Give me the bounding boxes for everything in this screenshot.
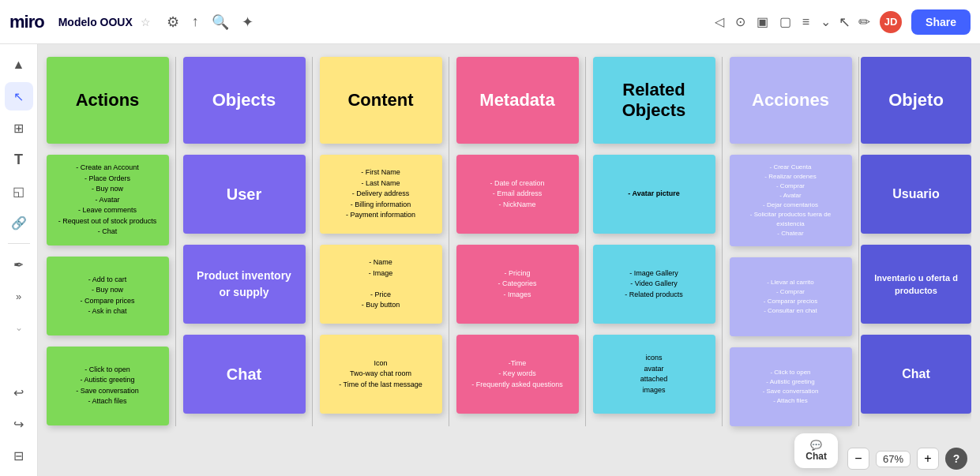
note-objects-user[interactable]: User: [183, 155, 306, 234]
note-actions-product[interactable]: - Add to cart - Buy now - Compare prices…: [47, 257, 169, 335]
sidebar-undo[interactable]: ↩: [5, 378, 33, 407]
share-button[interactable]: Share: [911, 9, 971, 35]
chat-button[interactable]: 💬 Chat: [794, 433, 838, 468]
sidebar-select-tool[interactable]: ↖: [5, 82, 33, 111]
topbar: miro Modelo OOUX ☆ ⚙ ↑ 🔍 ✦ ◁ ⊙ ▣ ▢ ≡ ⌄ ↖…: [0, 0, 980, 44]
sidebar-text-tool[interactable]: T: [5, 145, 33, 174]
sidebar-more-tools[interactable]: »: [5, 282, 33, 310]
left-sidebar: ▲ ↖ ⊞ T ◱ 🔗 ✒ » ⌄ ↩ ↪ ⊟: [0, 44, 38, 476]
note-objects-product[interactable]: Product inventory or supply: [183, 245, 306, 324]
note-objeto-chat[interactable]: Chat: [861, 335, 971, 414]
note-objeto-product[interactable]: Inventario u oferta d productos: [861, 245, 971, 324]
sidebar-expand[interactable]: ⌄: [5, 313, 33, 342]
topbar-right: ◁ ⊙ ▣ ▢ ≡ ⌄ ↖ ✏ JD Share: [715, 9, 971, 35]
sidebar-collapse-up[interactable]: ▲: [5, 51, 33, 79]
note-content-product[interactable]: - Name - Image - Price - Buy button: [320, 245, 442, 324]
sidebar-divider-1: [8, 243, 30, 244]
col-acciones: Acciones - Crear Cuenta - Realizar orden…: [724, 57, 857, 426]
sidebar-frames-tool[interactable]: ⊞: [5, 114, 33, 142]
sep-2: [312, 57, 313, 426]
nav-back-icon[interactable]: ◁: [715, 14, 724, 29]
zoom-level[interactable]: 67%: [876, 451, 911, 467]
sidebar-redo[interactable]: ↪: [5, 410, 33, 438]
sep-5: [722, 57, 723, 426]
col-actions: Actions - Create an Account - Place Orde…: [41, 57, 174, 426]
note-metadata-chat[interactable]: -Time - Key words - Frequently asked que…: [456, 335, 579, 414]
menu-icon[interactable]: ≡: [802, 15, 809, 29]
star-icon[interactable]: ☆: [141, 16, 151, 28]
chat-label: Chat: [805, 451, 827, 462]
col-objeto: Objeto Usuario Inventario u oferta d pro…: [861, 57, 971, 426]
sep-6: [858, 57, 859, 426]
zoom-in-button[interactable]: +: [917, 448, 939, 470]
note-metadata-user[interactable]: - Date of creation - Email address - Nic…: [456, 155, 579, 234]
note-acciones-user[interactable]: - Crear Cuenta - Realizar ordenes - Comp…: [730, 155, 852, 246]
header-actions[interactable]: Actions: [47, 57, 169, 144]
note-content-user[interactable]: - First Name - Last Name - Delivery addr…: [320, 155, 442, 234]
col-content: Content - First Name - Last Name - Deliv…: [314, 57, 447, 426]
sep-3: [449, 57, 449, 426]
col-related: Related Objects - Avatar picture - Image…: [588, 57, 720, 426]
sep-1: [175, 57, 176, 426]
note-metadata-product[interactable]: - Pricing - Categories - Images: [456, 245, 579, 324]
sidebar-link-tool[interactable]: 🔗: [5, 208, 33, 237]
expand-icon[interactable]: ⌄: [820, 14, 831, 29]
doc-title[interactable]: Modelo OOUX: [58, 16, 133, 28]
header-objeto[interactable]: Objeto: [861, 57, 971, 144]
header-content[interactable]: Content: [320, 57, 442, 144]
pen-tool-icon[interactable]: ✏: [858, 13, 870, 31]
timer-icon[interactable]: ⊙: [735, 14, 745, 29]
zoom-out-button[interactable]: −: [847, 448, 869, 470]
note-acciones-chat[interactable]: - Click to open - Autistic greeting - Sa…: [730, 347, 852, 426]
topbar-tools: ⚙ ↑ 🔍 ✦: [167, 13, 253, 31]
sidebar-minimap[interactable]: ⊟: [5, 441, 33, 470]
canvas-content: Actions - Create an Account - Place Orde…: [38, 44, 980, 439]
cursor-select-icon[interactable]: ↖: [839, 13, 850, 31]
search-icon[interactable]: 🔍: [212, 13, 229, 31]
settings-icon[interactable]: ⚙: [167, 13, 179, 31]
share-upload-icon[interactable]: ↑: [192, 13, 199, 30]
topbar-left: miro Modelo OOUX ☆ ⚙ ↑ 🔍 ✦: [9, 12, 362, 32]
miro-logo: miro: [9, 12, 44, 32]
note-objects-chat[interactable]: Chat: [183, 335, 306, 414]
col-metadata: Metadata - Date of creation - Email addr…: [451, 57, 584, 426]
frame-icon[interactable]: ▣: [757, 14, 768, 29]
note-related-user[interactable]: - Avatar picture: [593, 155, 715, 234]
view-controls: ◁ ⊙ ▣ ▢ ≡ ⌄: [715, 14, 831, 29]
note-objeto-user[interactable]: Usuario: [861, 155, 971, 234]
magic-icon[interactable]: ✦: [242, 13, 253, 31]
help-button[interactable]: ?: [945, 448, 967, 470]
header-acciones[interactable]: Acciones: [730, 57, 852, 144]
sidebar-pen-tool[interactable]: ✒: [5, 250, 33, 279]
note-actions-user[interactable]: - Create an Account - Place Orders - Buy…: [47, 155, 169, 245]
header-objects[interactable]: Objects: [183, 57, 306, 144]
sep-4: [585, 57, 586, 426]
header-metadata[interactable]: Metadata: [456, 57, 579, 144]
header-related[interactable]: Related Objects: [593, 57, 715, 144]
note-related-chat[interactable]: icons avatar attached images: [593, 335, 715, 414]
col-objects: Objects User Product inventory or supply…: [178, 57, 310, 426]
canvas: Actions - Create an Account - Place Orde…: [38, 44, 980, 476]
note-actions-chat[interactable]: - Click to open - Autistic greeting - Sa…: [47, 347, 169, 425]
user-avatar[interactable]: JD: [878, 9, 903, 35]
note-acciones-product[interactable]: - Llevar al carrito - Comprar - Comparar…: [730, 257, 852, 336]
sidebar-sticky-tool[interactable]: ◱: [5, 177, 33, 205]
chat-icon: 💬: [810, 440, 822, 451]
bottom-controls: − 67% + ?: [835, 441, 980, 476]
note-related-product[interactable]: - Image Gallery - Video Gallery - Relate…: [593, 245, 715, 324]
note-content-chat[interactable]: Icon Two-way chat room - Time of the las…: [320, 335, 442, 414]
present-icon[interactable]: ▢: [779, 14, 791, 29]
